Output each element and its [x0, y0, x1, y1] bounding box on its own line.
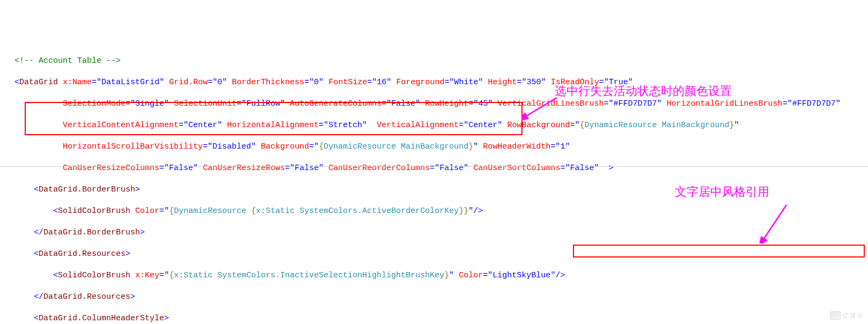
annotation-center-style: 文字居中风格引用 — [675, 187, 769, 197]
watermark: 亿速云 — [830, 310, 864, 321]
annotation-inactive-selection: 选中行失去活动状态时的颜色设置 — [555, 86, 732, 97]
cloud-logo-icon — [830, 311, 841, 320]
watermark-text: 亿速云 — [843, 310, 864, 321]
code-block: <!-- Account Table --> <DataGrid x:Name=… — [0, 45, 868, 324]
comment: <!-- Account Table --> — [14, 56, 121, 65]
section-divider — [0, 166, 868, 167]
